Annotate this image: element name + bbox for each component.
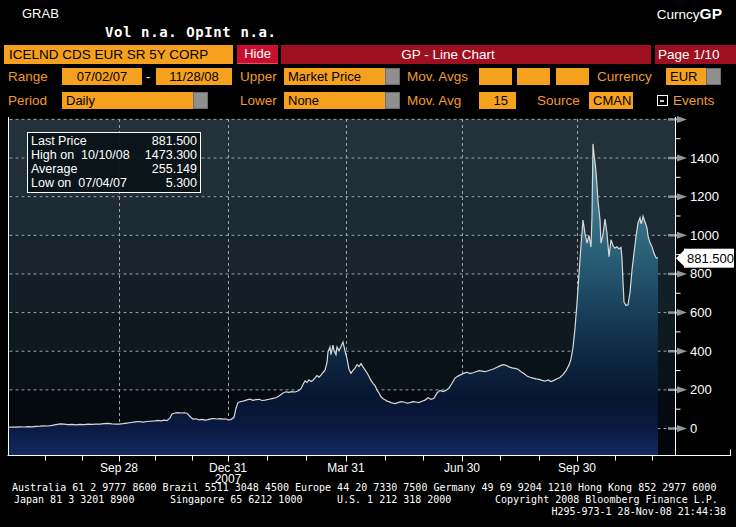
svg-text:Sep 28: Sep 28 [100, 461, 138, 475]
footer-japan: Japan 81 3 3201 8900 [14, 494, 134, 505]
svg-text:200: 200 [690, 382, 712, 397]
footer-us: U.S. 1 212 318 2000 [337, 494, 451, 505]
svg-text:0: 0 [690, 421, 697, 436]
svg-text:881.500: 881.500 [687, 251, 734, 266]
stats-value: 5.300 [166, 176, 197, 190]
svg-text:800: 800 [690, 266, 712, 281]
stats-value: 1473.300 [145, 148, 197, 162]
stats-average-row: Average 255.149 [31, 162, 197, 176]
stats-label: Low on 07/04/07 [31, 176, 127, 190]
stats-high-row: High on 10/10/08 1473.300 [31, 148, 197, 162]
svg-text:Jun 30: Jun 30 [444, 461, 480, 475]
stats-last-price-row: Last Price 881.500 [31, 134, 197, 148]
stats-label: High on 10/10/08 [31, 148, 130, 162]
footer-copyright: Copyright 2008 Bloomberg Finance L.P. [495, 494, 718, 505]
svg-text:400: 400 [690, 344, 712, 359]
stats-value: 881.500 [152, 134, 197, 148]
stats-label: Last Price [31, 134, 87, 148]
svg-text:1200: 1200 [690, 189, 719, 204]
svg-text:Sep 30: Sep 30 [558, 461, 596, 475]
price-chart: 0200400600800100012001400Sep 28Dec 31200… [0, 0, 736, 527]
svg-text:1400: 1400 [690, 151, 719, 166]
chart-stats-box: Last Price 881.500 High on 10/10/08 1473… [27, 132, 201, 193]
svg-text:Mar 31: Mar 31 [327, 461, 365, 475]
footer-terminal-id: H295-973-1 28-Nov-08 21:44:38 [551, 506, 726, 517]
footer-singapore: Singapore 65 6212 1000 [170, 494, 302, 505]
bloomberg-terminal-screen: GRAB Vol n.a. OpInt n.a. CurncyGP ICELND… [0, 0, 736, 527]
svg-text:600: 600 [690, 305, 712, 320]
stats-low-row: Low on 07/04/07 5.300 [31, 176, 197, 190]
stats-label: Average [31, 162, 77, 176]
svg-text:1000: 1000 [690, 228, 719, 243]
footer-phone-line: Australia 61 2 9777 8600 Brazil 5511 304… [12, 482, 716, 493]
stats-value: 255.149 [152, 162, 197, 176]
